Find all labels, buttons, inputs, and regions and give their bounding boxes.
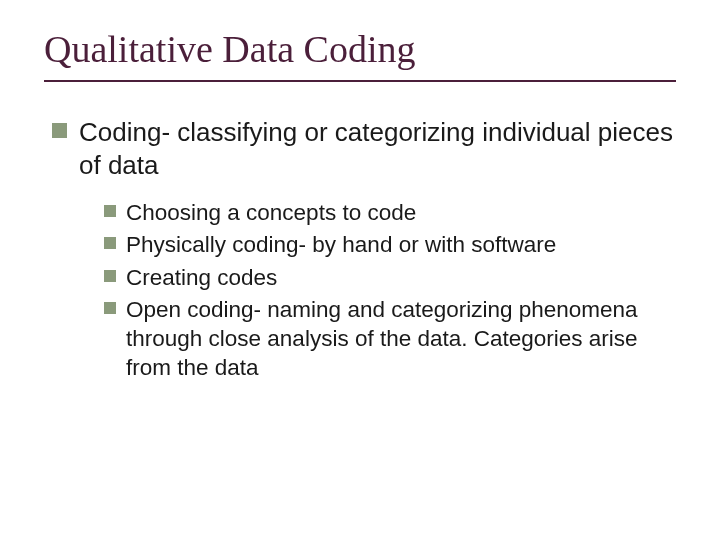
square-bullet-icon	[104, 205, 116, 217]
bullet-level2: Choosing a concepts to code	[104, 198, 676, 227]
bullet-text: Coding- classifying or categorizing indi…	[79, 116, 676, 183]
slide: Qualitative Data Coding Coding- classify…	[0, 0, 720, 540]
sub-bullet-group: Choosing a concepts to code Physically c…	[52, 196, 676, 383]
title-underline	[44, 80, 676, 82]
bullet-level2: Physically coding- by hand or with softw…	[104, 230, 676, 259]
square-bullet-icon	[104, 237, 116, 249]
square-bullet-icon	[52, 123, 67, 138]
bullet-text: Choosing a concepts to code	[126, 198, 416, 227]
bullet-text: Physically coding- by hand or with softw…	[126, 230, 556, 259]
square-bullet-icon	[104, 302, 116, 314]
bullet-text: Creating codes	[126, 263, 277, 292]
bullet-level2: Creating codes	[104, 263, 676, 292]
slide-body: Coding- classifying or categorizing indi…	[44, 116, 676, 383]
slide-title: Qualitative Data Coding	[44, 28, 676, 72]
square-bullet-icon	[104, 270, 116, 282]
bullet-level1: Coding- classifying or categorizing indi…	[52, 116, 676, 183]
bullet-level2: Open coding- naming and categorizing phe…	[104, 295, 676, 383]
bullet-text: Open coding- naming and categorizing phe…	[126, 295, 676, 383]
